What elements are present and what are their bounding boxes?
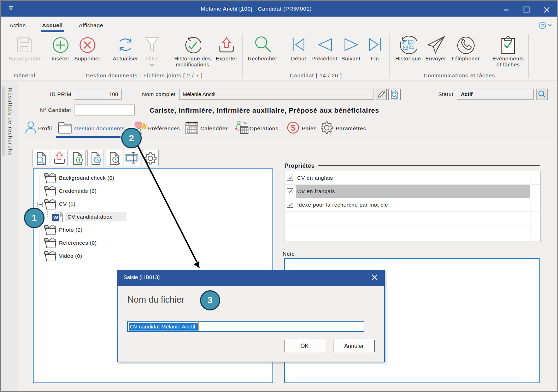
svg-text:W: W — [53, 215, 58, 220]
svg-text:$: $ — [291, 123, 295, 132]
svg-text:?: ? — [541, 23, 544, 28]
